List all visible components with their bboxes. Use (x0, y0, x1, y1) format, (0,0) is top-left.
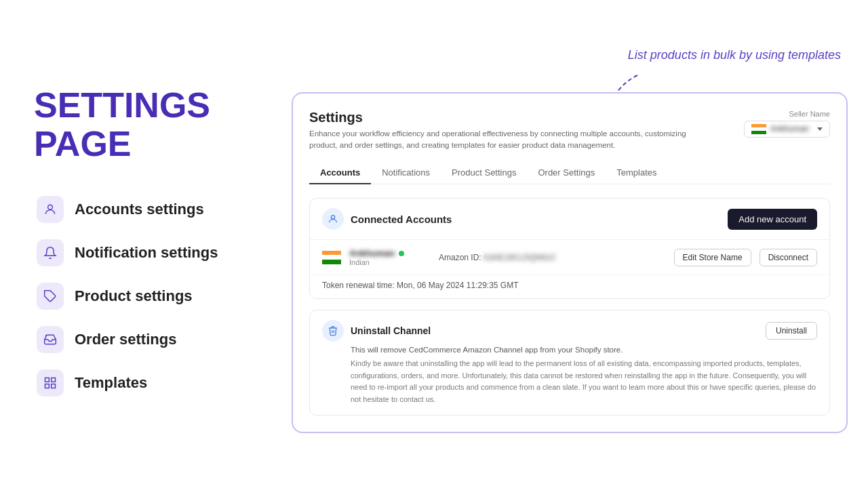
account-row: Ankhuman Indian Amazon ID: A3AE19CLDQN61… (310, 239, 829, 274)
settings-title: Settings (309, 110, 703, 125)
nav-list: Accounts settings Notification settings … (34, 190, 251, 402)
tabs-row: Accounts Notifications Product Settings … (309, 162, 830, 184)
nav-label-order: Order settings (75, 331, 176, 348)
edit-store-name-button[interactable]: Edit Store Name (674, 249, 751, 266)
chevron-down-icon (817, 127, 823, 131)
tag-icon (37, 283, 64, 310)
account-info: Ankhuman Indian (349, 248, 431, 266)
amazon-id: Amazon ID: A3AE19CLDQN61C (439, 253, 666, 262)
seller-name: Ankhuman (770, 124, 809, 134)
connected-accounts-card: Connected Accounts Add new account Ankhu… (309, 198, 830, 299)
nav-item-accounts[interactable]: Accounts settings (34, 190, 251, 228)
nav-item-templates[interactable]: Templates (34, 364, 251, 402)
uninstall-icon (322, 320, 344, 342)
tab-notifications[interactable]: Notifications (371, 162, 441, 184)
accounts-section-icon (322, 208, 344, 230)
uninstall-section: Uninstall Channel Uninstall This will re… (309, 310, 830, 415)
account-sub: Indian (349, 258, 404, 266)
nav-label-notifications: Notification settings (75, 244, 218, 262)
connected-accounts-header: Connected Accounts Add new account (310, 199, 829, 239)
nav-item-order[interactable]: Order settings (34, 321, 251, 359)
bell-icon (37, 239, 64, 266)
nav-item-notifications[interactable]: Notification settings (34, 234, 251, 272)
tab-accounts[interactable]: Accounts (309, 162, 371, 184)
seller-block: Seller Name Ankhuman (744, 110, 830, 138)
tab-order-settings[interactable]: Order Settings (527, 162, 606, 184)
svg-point-7 (331, 216, 334, 219)
user-icon (37, 196, 64, 223)
nav-label-accounts: Accounts settings (75, 201, 204, 218)
svg-rect-2 (45, 378, 50, 382)
nav-label-templates: Templates (75, 374, 147, 392)
nav-label-product: Product settings (75, 287, 193, 305)
status-dot (399, 251, 404, 256)
tab-product-settings[interactable]: Product Settings (441, 162, 527, 184)
settings-header: Settings Enhance your workflow efficienc… (309, 110, 830, 152)
uninstall-description: Kindly be aware that uninstalling the ap… (351, 358, 817, 405)
svg-rect-5 (45, 384, 50, 388)
disconnect-button[interactable]: Disconnect (760, 249, 817, 266)
svg-point-0 (48, 205, 53, 210)
uninstall-title: Uninstall Channel (351, 325, 431, 336)
callout-text: List products in bulk by using templates (628, 48, 841, 62)
connected-accounts-title: Connected Accounts (351, 214, 452, 225)
india-flag-icon (751, 124, 766, 134)
grid-icon (37, 369, 64, 396)
account-flag-icon (322, 251, 341, 264)
token-renewal-row: Token renewal time: Mon, 06 May 2024 11:… (310, 274, 829, 298)
seller-select[interactable]: Ankhuman (744, 121, 830, 138)
svg-rect-3 (52, 378, 56, 382)
right-panel: List products in bulk by using templates… (285, 41, 868, 447)
section-title-row: Connected Accounts (322, 208, 452, 230)
seller-label: Seller Name (789, 110, 830, 118)
left-panel: SETTINGS PAGE Accounts settings Notifica… (0, 59, 285, 429)
settings-desc: Enhance your workflow efficiency and ope… (309, 128, 703, 152)
tab-templates[interactable]: Templates (606, 162, 667, 184)
uninstall-title-row: Uninstall Channel (322, 320, 431, 342)
nav-item-product[interactable]: Product settings (34, 277, 251, 315)
svg-rect-4 (52, 384, 56, 388)
account-name: Ankhuman (349, 248, 395, 258)
settings-info: Settings Enhance your workflow efficienc… (309, 110, 703, 152)
uninstall-header: Uninstall Channel Uninstall (322, 320, 817, 342)
uninstall-button[interactable]: Uninstall (766, 322, 817, 340)
settings-card: Settings Enhance your workflow efficienc… (292, 92, 848, 434)
inbox-icon (37, 326, 64, 353)
add-new-account-button[interactable]: Add new account (728, 209, 817, 230)
page-title: SETTINGS PAGE (34, 86, 251, 163)
uninstall-subtitle: This will remove CedCommerce Amazon Chan… (351, 346, 817, 354)
